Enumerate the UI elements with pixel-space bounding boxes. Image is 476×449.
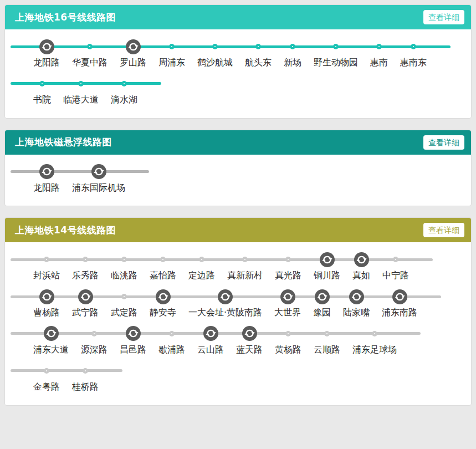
station-marker xyxy=(111,288,137,305)
station: 滴水湖 xyxy=(105,75,144,106)
station-label: 野生动物园 xyxy=(314,57,358,69)
station: 武宁路 xyxy=(66,288,105,319)
station-label: 书院 xyxy=(33,94,51,106)
line-segment xyxy=(11,251,27,268)
station: 真新新村 xyxy=(221,251,269,282)
station-dot-icon xyxy=(83,368,88,374)
transfer-icon xyxy=(315,289,330,304)
station-marker-transfer xyxy=(120,38,146,55)
station-row: 金粤路桂桥路 xyxy=(11,363,465,393)
station-marker xyxy=(275,325,301,342)
station: 桂桥路 xyxy=(66,363,105,393)
station-label: 桂桥路 xyxy=(72,381,99,393)
station: 云山路 xyxy=(191,325,230,356)
station-dot-icon xyxy=(411,44,416,49)
card-header: 上海地铁14号线线路图 查看详细 xyxy=(5,218,471,242)
station-dot-icon xyxy=(121,257,127,262)
station: 静安寺 xyxy=(144,288,182,319)
station: 航头东 xyxy=(239,38,278,69)
station-label: 惠南 xyxy=(370,57,388,69)
station-marker xyxy=(197,38,233,55)
station-row: 浦东大道源深路昌邑路歇浦路云山路蓝天路黄杨路云顺路浦东足球场 xyxy=(11,325,465,356)
station: 惠南东 xyxy=(394,38,433,69)
station-marker-transfer xyxy=(352,251,370,268)
station-marker xyxy=(275,251,301,268)
station-dot-icon xyxy=(255,44,261,49)
station-row: 龙阳路华夏中路罗山路周浦东鹤沙航城航头东新场野生动物园惠南惠南东 xyxy=(11,38,465,69)
station-marker-transfer xyxy=(120,325,146,342)
card-header: 上海地铁磁悬浮线路图 查看详细 xyxy=(5,130,471,155)
view-detail-button[interactable]: 查看详细 xyxy=(423,10,464,24)
station-label: 浦东足球场 xyxy=(352,344,397,356)
station-marker xyxy=(370,38,388,55)
transfer-icon xyxy=(280,289,295,304)
station-label: 临港大道 xyxy=(63,94,99,106)
transfer-icon xyxy=(203,326,218,341)
station: 野生动物园 xyxy=(308,38,364,69)
view-detail-button[interactable]: 查看详细 xyxy=(423,135,464,150)
card-header: 上海地铁16号线线路图 查看详细 xyxy=(5,5,471,29)
station-label: 浦东大道 xyxy=(33,344,69,356)
station-label: 乐秀路 xyxy=(72,270,99,282)
station: 定边路 xyxy=(182,251,221,282)
station-label: 龙阳路 xyxy=(33,182,60,194)
station-marker xyxy=(33,251,60,268)
transfer-icon xyxy=(242,326,257,341)
station: 歇浦路 xyxy=(152,325,191,356)
station-marker-transfer xyxy=(72,164,125,180)
station: 书院 xyxy=(27,75,57,106)
transfer-icon xyxy=(39,289,54,304)
station-row: 封浜站乐秀路临洮路嘉怡路定边路真新新村真光路铜川路真如中宁路 xyxy=(11,251,465,282)
line-map: 封浜站乐秀路临洮路嘉怡路定边路真新新村真光路铜川路真如中宁路曹杨路武宁路武定路静… xyxy=(5,242,471,405)
station: 临港大道 xyxy=(57,75,105,106)
station: 源深路 xyxy=(75,325,114,356)
station-marker xyxy=(314,38,358,55)
station-dot-icon xyxy=(121,81,127,86)
line-map: 龙阳路华夏中路罗山路周浦东鹤沙航城航头东新场野生动物园惠南惠南东书院临港大道滴水… xyxy=(5,29,471,118)
station-marker-transfer xyxy=(236,325,263,342)
station-label: 罗山路 xyxy=(120,57,146,69)
station-row: 龙阳路浦东国际机场 xyxy=(11,164,465,194)
transfer-icon xyxy=(44,326,59,341)
station-label: 曹杨路 xyxy=(33,307,60,319)
station-label: 豫园 xyxy=(313,307,331,319)
station-marker-transfer xyxy=(274,288,301,305)
station-dot-icon xyxy=(160,257,166,262)
station-label: 陆家嘴 xyxy=(343,307,370,319)
station-marker xyxy=(63,75,99,92)
station-label: 临洮路 xyxy=(111,270,137,282)
station-dot-icon xyxy=(212,44,218,49)
station: 金粤路 xyxy=(27,363,66,393)
station-marker-transfer xyxy=(188,288,262,305)
station-label: 惠南东 xyxy=(400,57,427,69)
station-marker-transfer xyxy=(313,288,331,305)
view-detail-button[interactable]: 查看详细 xyxy=(423,223,464,237)
line-segment xyxy=(11,38,27,55)
station: 大世界 xyxy=(268,288,307,319)
station: 浦东国际机场 xyxy=(66,164,131,194)
station: 罗山路 xyxy=(114,38,152,69)
station: 蓝天路 xyxy=(230,325,269,356)
station: 华夏中路 xyxy=(66,38,114,69)
station-label: 云顺路 xyxy=(314,344,340,356)
station-dot-icon xyxy=(169,331,175,336)
station: 嘉怡路 xyxy=(144,251,182,282)
transfer-icon xyxy=(320,252,335,267)
station-dot-icon xyxy=(83,257,88,262)
line-segment xyxy=(11,363,27,379)
station: 乐秀路 xyxy=(66,251,105,282)
station-row: 书院临港大道滴水湖 xyxy=(11,75,465,106)
station-marker-transfer xyxy=(33,164,60,180)
station: 龙阳路 xyxy=(27,38,66,69)
station-marker-transfer xyxy=(33,38,60,55)
station: 新场 xyxy=(278,38,308,69)
line-card-14: 上海地铁14号线线路图 查看详细 封浜站乐秀路临洮路嘉怡路定边路真新新村真光路铜… xyxy=(4,217,472,405)
station-label: 歇浦路 xyxy=(158,344,185,356)
station: 浦东南路 xyxy=(376,288,423,319)
station: 云顺路 xyxy=(308,325,346,356)
station-label: 航头东 xyxy=(245,57,272,69)
station-marker xyxy=(314,325,340,342)
line-segment xyxy=(11,325,27,342)
card-title: 上海地铁16号线线路图 xyxy=(15,11,116,24)
station-marker-transfer xyxy=(33,325,69,342)
